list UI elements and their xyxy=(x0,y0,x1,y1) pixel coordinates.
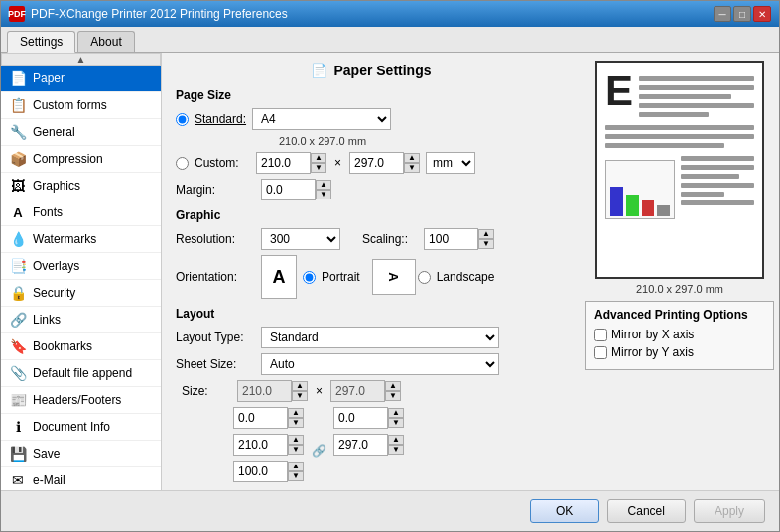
pos-x-up-btn[interactable]: ▲ xyxy=(288,408,304,418)
sidebar-item-custom-forms[interactable]: 📋 Custom forms xyxy=(1,92,161,119)
scale-up-btn[interactable]: ▲ xyxy=(288,462,304,471)
size-w-up-btn[interactable]: ▲ xyxy=(292,381,308,391)
sidebar-item-general[interactable]: 🔧 General xyxy=(1,119,161,146)
minimize-button[interactable]: ─ xyxy=(714,6,731,22)
sidebar-label-custom-forms: Custom forms xyxy=(33,98,107,112)
portrait-radio[interactable] xyxy=(303,271,316,284)
scaling-label: Scaling:: xyxy=(362,232,408,246)
sidebar-item-graphics[interactable]: 🖼 Graphics xyxy=(1,173,161,200)
graphics-icon: 🖼 xyxy=(9,177,27,195)
preview-panel: E xyxy=(581,53,779,490)
sidebar-item-links[interactable]: 🔗 Links xyxy=(1,307,161,333)
tab-about[interactable]: About xyxy=(77,31,134,52)
dim-w-spinner-btns: ▲ ▼ xyxy=(288,435,304,455)
graphic-section-label: Graphic xyxy=(176,208,567,222)
dim-h-down-btn[interactable]: ▼ xyxy=(388,445,404,455)
scale-row: ▲ ▼ xyxy=(233,461,304,482)
unit-select[interactable]: mm in pt xyxy=(426,152,475,174)
apply-button[interactable]: Apply xyxy=(694,499,765,523)
resolution-select[interactable]: 72 96 150 300 600 xyxy=(261,228,340,250)
scale-input[interactable] xyxy=(233,461,288,482)
dim-h-input[interactable] xyxy=(333,434,388,456)
dim-w-down-btn[interactable]: ▼ xyxy=(288,445,304,455)
scaling-down-btn[interactable]: ▼ xyxy=(478,239,494,249)
layout-type-select[interactable]: Standard Booklet N-Up xyxy=(261,327,499,348)
sidebar-item-save[interactable]: 💾 Save xyxy=(1,441,161,467)
sidebar-item-headers-footers[interactable]: 📰 Headers/Footers xyxy=(1,387,161,414)
sidebar-label-compression: Compression xyxy=(33,152,103,166)
custom-width-down-btn[interactable]: ▼ xyxy=(311,163,326,173)
preview-chart xyxy=(605,160,675,219)
pos-x-down-btn[interactable]: ▼ xyxy=(288,418,304,428)
pos-y-down-btn[interactable]: ▼ xyxy=(388,418,404,428)
panel-title-icon: 📄 xyxy=(311,63,327,78)
cancel-button[interactable]: Cancel xyxy=(607,499,686,523)
size-w-input[interactable] xyxy=(237,380,292,402)
close-button[interactable]: ✕ xyxy=(753,6,771,22)
preview-lines-right xyxy=(639,76,754,117)
sidebar-item-email[interactable]: ✉ e-Mail xyxy=(1,467,161,490)
custom-radio[interactable] xyxy=(176,157,189,170)
sidebar-item-default-file-append[interactable]: 📎 Default file append xyxy=(1,360,161,387)
panel-title: 📄 Paper Settings xyxy=(176,63,567,78)
sidebar-item-security[interactable]: 🔒 Security xyxy=(1,280,161,307)
pos-y-input[interactable] xyxy=(333,407,388,429)
sidebar-item-overlays[interactable]: 📑 Overlays xyxy=(1,253,161,280)
email-icon: ✉ xyxy=(9,471,27,489)
portrait-btn[interactable]: A xyxy=(261,255,297,299)
ok-button[interactable]: OK xyxy=(530,499,599,523)
sidebar-item-document-info[interactable]: ℹ Document Info xyxy=(1,414,161,441)
title-bar: PDF PDF-XChange Printer 2012 Printing Pr… xyxy=(1,1,779,27)
sidebar-item-fonts[interactable]: A Fonts xyxy=(1,200,161,226)
sidebar-item-watermarks[interactable]: 💧 Watermarks xyxy=(1,226,161,253)
margin-input[interactable] xyxy=(261,179,316,200)
main-window: PDF PDF-XChange Printer 2012 Printing Pr… xyxy=(0,0,780,532)
sidebar-label-links: Links xyxy=(33,313,61,327)
custom-width-input[interactable] xyxy=(256,152,311,174)
title-bar-left: PDF PDF-XChange Printer 2012 Printing Pr… xyxy=(9,6,288,22)
standard-radio[interactable] xyxy=(176,113,189,126)
maximize-button[interactable]: □ xyxy=(733,6,751,22)
link-icon: 🔗 xyxy=(310,442,327,460)
sheet-size-label: Sheet Size: xyxy=(176,357,255,371)
size-h-down-btn[interactable]: ▼ xyxy=(385,391,401,401)
sidebar-label-general: General xyxy=(33,125,75,139)
sidebar-item-paper[interactable]: 📄 Paper xyxy=(1,66,161,92)
size-w-down-btn[interactable]: ▼ xyxy=(292,391,308,401)
dim-w-input[interactable] xyxy=(233,434,288,456)
advanced-options-title: Advanced Printing Options xyxy=(594,308,765,322)
portrait-label: Portrait xyxy=(322,270,360,284)
pos-y-up-btn[interactable]: ▲ xyxy=(388,408,404,418)
mirror-y-checkbox[interactable] xyxy=(594,346,607,359)
standard-select[interactable]: A4 A3 Letter Legal xyxy=(252,108,391,130)
tab-settings[interactable]: Settings xyxy=(7,31,75,53)
size-w-spinner-btns: ▲ ▼ xyxy=(292,381,308,401)
sidebar-label-bookmarks: Bookmarks xyxy=(33,339,92,353)
mirror-x-row: Mirror by X axis xyxy=(594,328,765,341)
resolution-row: Resolution: 72 96 150 300 600 Scaling:: … xyxy=(176,228,567,250)
landscape-radio[interactable] xyxy=(418,271,431,284)
scaling-up-btn[interactable]: ▲ xyxy=(478,229,494,239)
size-h-input[interactable] xyxy=(330,380,385,402)
custom-height-down-btn[interactable]: ▼ xyxy=(404,163,420,173)
scale-down-btn[interactable]: ▼ xyxy=(288,471,304,481)
dim-w-up-btn[interactable]: ▲ xyxy=(288,435,304,445)
size-row-label: Size: xyxy=(182,384,231,398)
custom-height-up-btn[interactable]: ▲ xyxy=(404,153,420,163)
standard-row: Standard: A4 A3 Letter Legal xyxy=(176,108,567,130)
custom-height-input[interactable] xyxy=(349,152,404,174)
margin-down-btn[interactable]: ▼ xyxy=(316,190,331,200)
sidebar-item-compression[interactable]: 📦 Compression xyxy=(1,146,161,173)
scaling-input[interactable] xyxy=(424,228,478,250)
mirror-x-checkbox[interactable] xyxy=(594,329,607,341)
dim-h-up-btn[interactable]: ▲ xyxy=(388,435,404,445)
pos-x-input[interactable] xyxy=(233,407,288,429)
dim-h-spinner-btns: ▲ ▼ xyxy=(388,435,404,455)
landscape-btn[interactable]: A xyxy=(372,259,416,295)
margin-up-btn[interactable]: ▲ xyxy=(316,180,331,190)
sidebar-scroll-up[interactable]: ▲ xyxy=(1,53,161,66)
sidebar-item-bookmarks[interactable]: 🔖 Bookmarks xyxy=(1,333,161,360)
custom-width-up-btn[interactable]: ▲ xyxy=(311,153,326,163)
size-h-up-btn[interactable]: ▲ xyxy=(385,381,401,391)
sheet-size-select[interactable]: Auto A4 Letter xyxy=(261,353,499,375)
